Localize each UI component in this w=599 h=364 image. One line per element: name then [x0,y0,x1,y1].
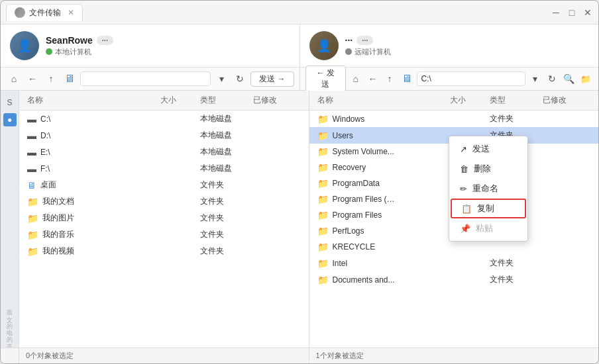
local-header-type: 类型 [197,93,250,107]
file-modified [540,167,593,168]
remote-user-status: 远端计算机 [345,47,590,57]
table-row[interactable]: ▬ C:\ 本地磁盘 [19,111,309,127]
file-type: 文件夹 [487,257,540,269]
remote-back-button[interactable]: ← [366,71,380,87]
folder-icon: 📁 [27,197,38,207]
file-modified [540,214,593,216]
maximize-button[interactable]: □ [567,7,577,18]
remote-user-name: ··· ··· [345,35,590,46]
file-type: 本地磁盘 [197,146,250,158]
file-type [487,246,540,248]
title-bar: 文件传输 ✕ ─ □ ✕ [1,1,598,24]
table-row[interactable]: 📁 我的音乐 文件夹 [19,226,309,243]
folder-icon: 📁 [27,213,38,224]
folder-icon: 📁 [317,130,329,141]
file-type: 文件夹 [197,179,250,191]
remote-up-button[interactable]: ↑ [382,71,397,87]
local-send-button[interactable]: 发送 → [250,71,294,87]
table-row[interactable]: 📁 Windows 文件夹 [309,111,599,127]
table-row[interactable]: 📁 我的图片 文件夹 [19,210,309,226]
remote-file-panel: 名称 大小 类型 已修改 📁 Windows 文件夹 📁 Users 文件夹 📁… [309,91,599,347]
title-tab[interactable]: 文件传输 ✕ [6,4,83,21]
file-name: E:\ [40,148,50,157]
context-menu-item-复制[interactable]: 📋复制 [451,199,526,218]
local-user-panel: 👤 SeanRowe ··· 本地计算机 [1,24,300,67]
folder-icon: 📁 [317,258,329,269]
file-size [158,152,197,153]
local-toolbar: ⌂ ← ↑ 🖥 ▾ ↻ 发送 → [1,68,300,90]
context-menu-item-删除[interactable]: 🗑删除 [449,159,527,179]
remote-refresh-button[interactable]: ↻ [545,71,559,87]
tab-close-icon[interactable]: ✕ [68,8,74,17]
file-name: Program Files [333,210,382,220]
file-type: 文件夹 [487,113,540,125]
user-info-row: 👤 SeanRowe ··· 本地计算机 👤 ··· [1,24,598,68]
folder-icon: 📁 [27,230,38,240]
local-dropdown-button[interactable]: ▾ [213,71,229,87]
file-name: Users [333,131,353,140]
local-path-input[interactable] [80,71,211,86]
remote-status-bar: 1个对象被选定 [309,348,599,363]
file-name: Program Files (… [333,195,395,204]
file-name-cell: 📁 KRECYCLE [315,241,448,253]
file-modified [250,135,303,136]
toolbar-row: ⌂ ← ↑ 🖥 ▾ ↻ 发送 → ← 发送 ⌂ ← ↑ 🖥 ▾ ↻ 🔍 📁 [1,68,598,91]
folder-icon: 📁 [317,275,329,285]
remote-home-button[interactable]: ⌂ [349,71,363,87]
file-list-area: S ● 面 文 的 电 的 高 的 名称 大小 类型 已修改 ▬ C:\ [1,91,598,347]
file-name-cell: 📁 ProgramData [315,177,448,189]
sidebar-icon-s[interactable]: S [3,96,17,109]
remote-header-size: 大小 [447,93,487,107]
file-name: KRECYCLE [333,242,376,251]
file-modified [540,230,593,232]
minimize-button[interactable]: ─ [551,7,561,18]
remote-user-avatar: 👤 [309,31,339,60]
drive-icon: ▬ [27,163,36,174]
file-name-cell: 📁 System Volume... [315,146,448,158]
remote-monitor-icon[interactable]: 🖥 [400,71,414,87]
table-row[interactable]: ▬ E:\ 本地磁盘 [19,144,309,160]
file-size [447,118,487,120]
file-name-cell: 📁 Recovery [315,161,448,173]
main-window: 文件传输 ✕ ─ □ ✕ 👤 SeanRowe ··· 本地计算机 [0,0,599,364]
table-row[interactable]: ▬ F:\ 本地磁盘 [19,160,309,177]
file-name-cell: 📁 Program Files (… [315,193,448,205]
local-up-button[interactable]: ↑ [43,71,59,87]
local-home-button[interactable]: ⌂ [6,71,22,87]
file-type: 本地磁盘 [197,162,250,175]
table-row[interactable]: 🖥 桌面 文件夹 [19,177,309,193]
remote-folder-button[interactable]: 📁 [578,71,593,87]
file-modified [250,168,303,169]
local-header-size: 大小 [158,93,197,107]
file-name-cell: ▬ F:\ [25,163,158,175]
folder-icon: 📁 [317,146,329,157]
context-menu-item-发送[interactable]: ↗发送 [449,139,527,159]
table-row[interactable]: ▬ D:\ 本地磁盘 [19,127,309,144]
remote-user-badge: ··· [356,36,373,45]
remote-path-input[interactable] [417,71,525,86]
table-row[interactable]: 📁 Documents and... 文件夹 [309,271,599,288]
local-refresh-button[interactable]: ↻ [232,71,248,87]
remote-dropdown-button[interactable]: ▾ [528,71,543,87]
remote-table-header: 名称 大小 类型 已修改 [309,91,599,111]
file-name-cell: ▬ E:\ [25,146,158,158]
table-row[interactable]: 📁 我的视频 文件夹 [19,243,309,259]
file-modified [250,251,303,252]
folder-icon: 📁 [27,246,38,257]
close-button[interactable]: ✕ [582,7,593,18]
local-monitor-icon[interactable]: 🖥 [62,71,78,87]
file-modified [250,234,303,236]
file-name: 我的音乐 [42,229,74,240]
context-menu-item-重命名[interactable]: ✏重命名 [449,179,527,199]
file-type: 文件夹 [487,273,540,286]
remote-header-name: 名称 [315,93,448,107]
table-row[interactable]: 📁 我的文档 文件夹 [19,193,309,210]
remote-send-button[interactable]: ← 发送 [305,66,346,92]
sidebar-icon-dot[interactable]: ● [3,113,17,126]
local-file-rows: ▬ C:\ 本地磁盘 ▬ D:\ 本地磁盘 ▬ E:\ 本地磁盘 ▬ F:\ 本… [19,111,309,347]
file-modified [540,279,593,281]
remote-header-type: 类型 [487,93,540,107]
remote-search-button[interactable]: 🔍 [562,71,576,87]
table-row[interactable]: 📁 Intel 文件夹 [309,255,599,271]
local-back-button[interactable]: ← [25,71,40,87]
